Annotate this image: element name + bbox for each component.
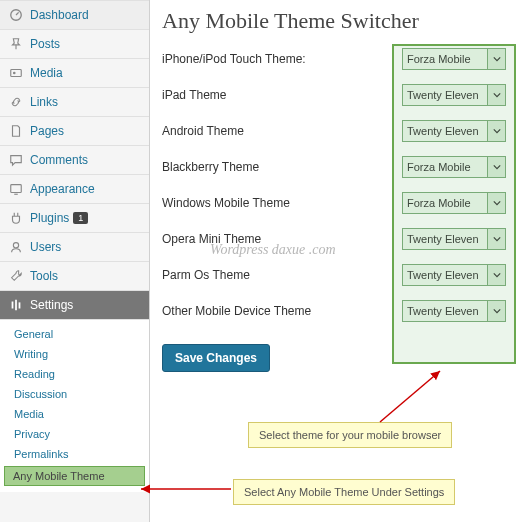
settings-submenu: General Writing Reading Discussion Media… [0,320,149,492]
save-button[interactable]: Save Changes [162,344,270,372]
svg-rect-7 [19,302,21,308]
sidebar-item-label: Media [30,66,63,80]
sidebar-item-label: Tools [30,269,58,283]
theme-select-value: Twenty Eleven [403,89,487,101]
sidebar-item-label: Settings [30,298,73,312]
theme-select[interactable]: Forza Mobile [402,156,506,178]
chevron-down-icon[interactable] [487,49,505,69]
svg-rect-3 [11,185,22,193]
pin-icon [8,36,24,52]
chevron-down-icon[interactable] [487,85,505,105]
svg-point-2 [13,72,16,75]
page-icon [8,123,24,139]
appearance-icon [8,181,24,197]
plugins-badge: 1 [73,212,88,224]
theme-row: Windows Mobile ThemeForza Mobile [162,192,506,214]
theme-select-value: Twenty Eleven [403,125,487,137]
theme-select[interactable]: Twenty Eleven [402,300,506,322]
theme-rows: iPhone/iPod Touch Theme:Forza MobileiPad… [162,48,506,322]
sidebar-item-pages[interactable]: Pages [0,117,149,146]
theme-select-value: Forza Mobile [403,53,487,65]
dashboard-icon [8,7,24,23]
callout-menu-pointer: Select Any Mobile Theme Under Settings [233,479,455,505]
link-icon [8,94,24,110]
theme-row-label: iPhone/iPod Touch Theme: [162,52,402,66]
users-icon [8,239,24,255]
sidebar-item-label: Dashboard [30,8,89,22]
theme-select[interactable]: Twenty Eleven [402,228,506,250]
chevron-down-icon[interactable] [487,265,505,285]
submenu-privacy[interactable]: Privacy [0,424,149,444]
sidebar-item-dashboard[interactable]: Dashboard [0,0,149,30]
svg-rect-1 [11,70,22,77]
sidebar-item-label: Links [30,95,58,109]
media-icon [8,65,24,81]
theme-select[interactable]: Twenty Eleven [402,264,506,286]
sidebar-item-appearance[interactable]: Appearance [0,175,149,204]
theme-select-value: Forza Mobile [403,161,487,173]
sidebar-item-links[interactable]: Links [0,88,149,117]
page-title: Any Mobile Theme Switcher [162,8,506,34]
theme-row-label: Android Theme [162,124,402,138]
submenu-permalinks[interactable]: Permalinks [0,444,149,464]
theme-row: Opera Mini ThemeTwenty Eleven [162,228,506,250]
svg-rect-6 [15,300,17,311]
sidebar-item-label: Plugins [30,211,69,225]
theme-row: iPhone/iPod Touch Theme:Forza Mobile [162,48,506,70]
comment-icon [8,152,24,168]
sidebar-item-media[interactable]: Media [0,59,149,88]
sidebar-item-label: Comments [30,153,88,167]
theme-row-label: Opera Mini Theme [162,232,402,246]
sidebar-item-label: Users [30,240,61,254]
theme-select-value: Twenty Eleven [403,305,487,317]
settings-icon [8,297,24,313]
chevron-down-icon[interactable] [487,121,505,141]
theme-select-value: Forza Mobile [403,197,487,209]
sidebar-item-posts[interactable]: Posts [0,30,149,59]
theme-row-label: Windows Mobile Theme [162,196,402,210]
plugin-icon [8,210,24,226]
sidebar-item-settings[interactable]: Settings [0,291,149,320]
svg-rect-5 [12,302,14,309]
callout-theme-select: Select theme for your mobile browser [248,422,452,448]
chevron-down-icon[interactable] [487,301,505,321]
chevron-down-icon[interactable] [487,193,505,213]
sidebar-item-plugins[interactable]: Plugins 1 [0,204,149,233]
sidebar-item-tools[interactable]: Tools [0,262,149,291]
theme-row-label: Other Mobile Device Theme [162,304,402,318]
theme-select[interactable]: Forza Mobile [402,192,506,214]
svg-point-4 [13,243,18,248]
theme-row-label: Parm Os Theme [162,268,402,282]
admin-sidebar: Dashboard Posts Media Links Pages Commen… [0,0,150,522]
theme-row: Parm Os ThemeTwenty Eleven [162,264,506,286]
tools-icon [8,268,24,284]
submenu-reading[interactable]: Reading [0,364,149,384]
theme-row: Other Mobile Device ThemeTwenty Eleven [162,300,506,322]
theme-row: Android ThemeTwenty Eleven [162,120,506,142]
chevron-down-icon[interactable] [487,229,505,249]
sidebar-item-label: Pages [30,124,64,138]
theme-select[interactable]: Twenty Eleven [402,120,506,142]
submenu-any-mobile-theme[interactable]: Any Mobile Theme [4,466,145,486]
theme-row: Blackberry ThemeForza Mobile [162,156,506,178]
submenu-general[interactable]: General [0,324,149,344]
chevron-down-icon[interactable] [487,157,505,177]
sidebar-item-comments[interactable]: Comments [0,146,149,175]
submenu-discussion[interactable]: Discussion [0,384,149,404]
submenu-media[interactable]: Media [0,404,149,424]
submenu-writing[interactable]: Writing [0,344,149,364]
theme-select-value: Twenty Eleven [403,233,487,245]
theme-row: iPad ThemeTwenty Eleven [162,84,506,106]
theme-select-value: Twenty Eleven [403,269,487,281]
sidebar-item-label: Posts [30,37,60,51]
theme-row-label: Blackberry Theme [162,160,402,174]
sidebar-item-label: Appearance [30,182,95,196]
theme-select[interactable]: Forza Mobile [402,48,506,70]
sidebar-item-users[interactable]: Users [0,233,149,262]
theme-row-label: iPad Theme [162,88,402,102]
theme-select[interactable]: Twenty Eleven [402,84,506,106]
